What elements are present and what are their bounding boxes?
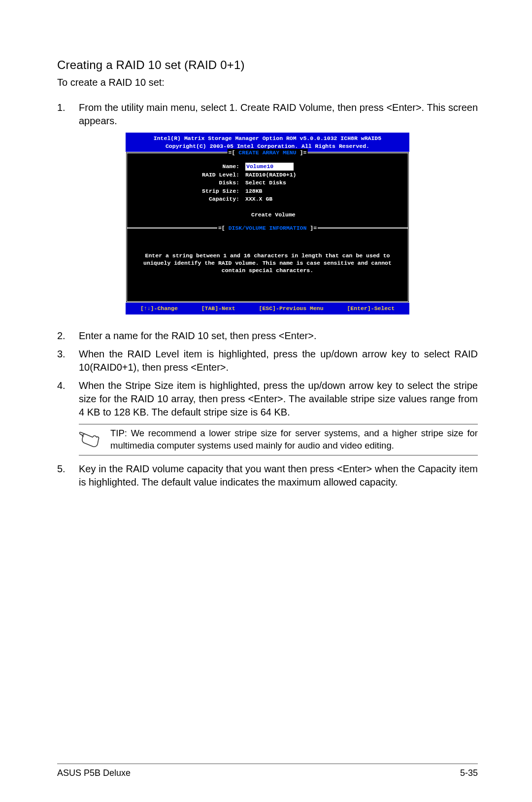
info-help-text: Enter a string between 1 and 16 characte… [132,234,403,275]
step-number: 5. [57,462,79,489]
footer-page-number: 5-35 [460,768,478,778]
create-volume-action[interactable]: Create Volume [132,211,403,219]
name-input[interactable]: Volume10 [245,163,294,171]
step-number: 1. [57,101,79,128]
capacity-value[interactable]: XXX.X GB [245,195,272,203]
disks-label: Disks: [132,179,245,187]
raid-level-label: RAID Level: [132,171,245,179]
step-number: 4. [57,379,79,419]
step-1: 1. From the utility main menu, select 1.… [57,101,478,128]
disk-volume-info: =[ DISK/VOLUME INFORMATION ]= Enter a st… [127,227,408,301]
bios-screenshot: Intel(R) Matrix Storage Manager Option R… [126,133,409,314]
info-title: =[ DISK/VOLUME INFORMATION ]= [217,224,318,232]
page-footer: ASUS P5B Deluxe 5-35 [57,764,478,778]
step-text: When the Stripe Size item is highlighted… [79,379,478,419]
footer-product: ASUS P5B Deluxe [57,768,131,778]
key-next: [TAB]-Next [201,305,235,313]
create-array-menu: =[ CREATE ARRAY MENU ]= Name: Volume10 R… [127,153,408,227]
step-text: From the utility main menu, select 1. Cr… [79,101,478,128]
intro-text: To create a RAID 10 set: [57,77,478,88]
bios-footer-keys: [↑↓]-Change [TAB]-Next [ESC]-Previous Me… [126,303,409,314]
capacity-label: Capacity: [132,195,245,203]
hand-pointing-icon [79,427,103,450]
step-5: 5. Key in the RAID volume capacity that … [57,462,478,489]
step-2: 2. Enter a name for the RAID 10 set, the… [57,329,478,343]
bios-title-line1: Intel(R) Matrix Storage Manager Option R… [127,135,408,142]
menu-title: =[ CREATE ARRAY MENU ]= [228,149,308,157]
step-number: 3. [57,348,79,374]
tip-text: TIP: We recommend a lower stripe size fo… [110,427,478,452]
step-text: Key in the RAID volume capacity that you… [79,462,478,489]
key-select: [Enter]-Select [347,305,395,313]
step-text: Enter a name for the RAID 10 set, then p… [79,329,478,343]
key-previous: [ESC]-Previous Menu [259,305,324,313]
tip-callout: TIP: We recommend a lower stripe size fo… [79,424,478,455]
section-heading: Creating a RAID 10 set (RAID 0+1) [57,58,478,72]
step-3: 3. When the RAID Level item is highlight… [57,348,478,374]
disks-value[interactable]: Select Disks [245,179,286,187]
raid-level-value[interactable]: RAID10(RAID0+1) [245,171,297,179]
step-4: 4. When the Stripe Size item is highligh… [57,379,478,419]
step-text: When the RAID Level item is highlighted,… [79,348,478,374]
strip-size-label: Strip Size: [132,187,245,195]
name-label: Name: [132,163,245,171]
strip-size-value[interactable]: 128KB [245,187,263,195]
step-number: 2. [57,329,79,343]
key-change: [↑↓]-Change [140,305,178,313]
